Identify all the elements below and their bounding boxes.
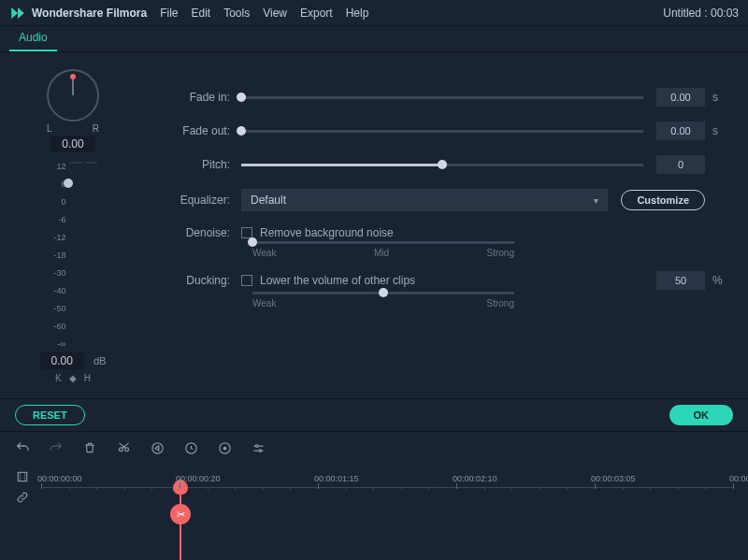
meter-right xyxy=(84,162,97,164)
fade-in-value[interactable]: 0.00 xyxy=(656,88,705,107)
denoise-check-label: Remove background noise xyxy=(260,226,394,239)
fade-in-slider[interactable] xyxy=(241,96,643,99)
svg-point-3 xyxy=(223,446,226,450)
equalizer-label: Equalizer: xyxy=(157,194,241,207)
svg-point-4 xyxy=(255,444,258,447)
denoise-slider[interactable] xyxy=(252,241,514,244)
menu-help[interactable]: Help xyxy=(346,7,369,20)
cut-icon[interactable] xyxy=(116,440,131,455)
prev-keyframe-icon[interactable]: K xyxy=(55,373,62,383)
denoise-marks: Weak Mid Strong xyxy=(252,248,514,258)
app-logo-icon xyxy=(9,5,26,22)
audio-panel: L R 0.00 12 6 0 -6 -12 -18 -30 -40 -50 -… xyxy=(0,52,748,398)
channel-column: L R 0.00 12 6 0 -6 -12 -18 -30 -40 -50 -… xyxy=(17,69,129,391)
app-name: Wondershare Filmora xyxy=(32,7,147,20)
delete-icon[interactable] xyxy=(82,440,97,455)
scissors-badge-icon[interactable]: ✂ xyxy=(170,504,191,524)
media-bin-icon[interactable] xyxy=(15,469,30,484)
timeline-ruler[interactable]: ✂ 00:00:00:0000:00:00:2000:00:01:1500:00… xyxy=(41,474,733,500)
ducking-marks: Weak Strong xyxy=(252,298,514,309)
gain-unit: dB xyxy=(94,355,106,366)
add-keyframe-icon[interactable]: ◆ xyxy=(69,373,77,383)
pan-value[interactable]: 0.00 xyxy=(50,136,94,152)
menu-edit[interactable]: Edit xyxy=(191,7,210,20)
pan-l-label: L xyxy=(47,123,52,134)
document-title: Untitled : 00:03 xyxy=(663,7,739,20)
menu-tools[interactable]: Tools xyxy=(223,7,250,20)
ducking-value[interactable]: 50 xyxy=(656,271,705,290)
timecode-label: 00:00:01:15 xyxy=(314,474,359,483)
fade-out-label: Fade out: xyxy=(157,124,241,137)
equalizer-select[interactable]: Default ▾ xyxy=(241,189,608,211)
pitch-value[interactable]: 0 xyxy=(656,155,705,174)
menu-view[interactable]: View xyxy=(263,7,287,20)
record-icon[interactable] xyxy=(217,440,232,455)
equalizer-value: Default xyxy=(251,194,286,207)
settings-icon[interactable] xyxy=(251,440,266,455)
menubar: Wondershare Filmora File Edit Tools View… xyxy=(0,0,748,26)
ok-button[interactable]: OK xyxy=(669,405,734,425)
level-meters: 12 6 0 -6 -12 -18 -30 -40 -50 -60 -∞ xyxy=(50,162,97,349)
timeline: ✂ 00:00:00:0000:00:00:2000:00:01:1500:00… xyxy=(0,464,748,505)
link-icon[interactable] xyxy=(15,490,30,505)
svg-point-5 xyxy=(259,449,262,452)
speed-icon[interactable] xyxy=(183,440,198,455)
fade-in-unit: s xyxy=(712,91,731,104)
pitch-label: Pitch: xyxy=(157,158,241,171)
denoise-label: Denoise: xyxy=(157,226,241,239)
tab-audio[interactable]: Audio xyxy=(9,25,57,51)
redo-icon[interactable] xyxy=(49,440,64,455)
timecode-label: 00:00:02:10 xyxy=(453,474,497,483)
timecode-label: 00:00:00:00 xyxy=(37,474,82,483)
meter-left xyxy=(69,162,82,164)
fade-out-unit: s xyxy=(712,124,731,137)
undo-icon[interactable] xyxy=(15,440,30,455)
chevron-down-icon: ▾ xyxy=(594,195,598,206)
pan-r-label: R xyxy=(93,123,99,134)
timecode-label: 00:00:04:00 xyxy=(729,474,748,483)
pan-knob[interactable] xyxy=(47,69,99,122)
timecode-label: 00:00:03:05 xyxy=(591,474,636,483)
ducking-unit: % xyxy=(712,274,731,287)
keyframe-nav: K ◆ H xyxy=(55,373,91,383)
svg-point-0 xyxy=(151,442,162,452)
timeline-toolbar xyxy=(0,432,748,464)
pan-lr-labels: L R xyxy=(47,123,99,134)
audio-form: Fade in: 0.00 s Fade out: 0.00 s Pitch: … xyxy=(157,69,731,391)
tab-bar: Audio xyxy=(0,26,748,52)
svg-rect-6 xyxy=(18,472,26,481)
fade-out-value[interactable]: 0.00 xyxy=(656,122,705,140)
gain-slider-thumb[interactable] xyxy=(64,179,73,188)
timecode-label: 00:00:00:20 xyxy=(176,474,221,483)
gain-value[interactable]: 0.00 xyxy=(40,352,84,369)
reset-button[interactable]: RESET xyxy=(15,405,85,425)
menu-export[interactable]: Export xyxy=(300,7,333,20)
customize-button[interactable]: Customize xyxy=(621,190,705,210)
next-keyframe-icon[interactable]: H xyxy=(84,373,91,383)
ducking-slider[interactable] xyxy=(252,292,514,294)
ducking-check-label: Lower the volume of other clips xyxy=(260,274,415,287)
fade-out-slider[interactable] xyxy=(241,130,643,133)
pitch-slider[interactable] xyxy=(241,164,643,166)
ducking-checkbox[interactable] xyxy=(241,275,252,286)
ducking-label: Ducking: xyxy=(157,274,241,287)
fade-in-label: Fade in: xyxy=(157,91,241,104)
meter-scale: 12 6 0 -6 -12 -18 -30 -40 -50 -60 -∞ xyxy=(50,162,66,349)
crop-icon[interactable] xyxy=(150,440,165,455)
action-bar: RESET OK xyxy=(0,398,748,432)
menu-file[interactable]: File xyxy=(160,7,178,20)
